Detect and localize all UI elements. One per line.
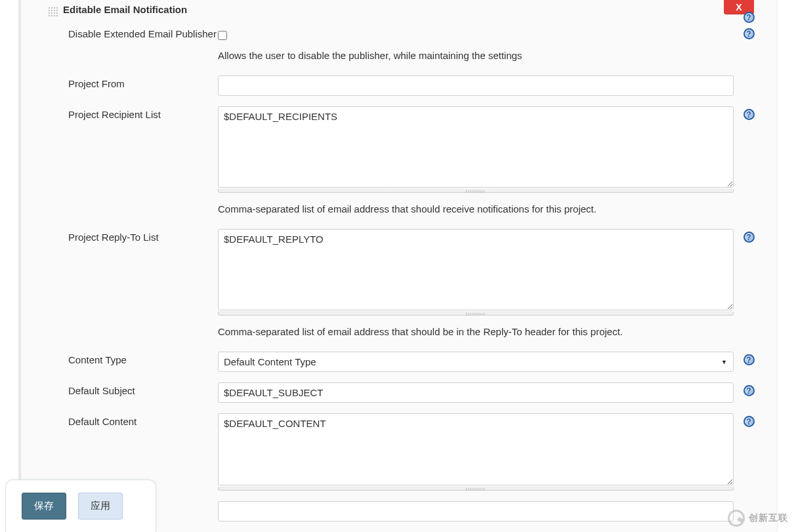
section-title: Editable Email Notification bbox=[63, 4, 187, 15]
footer-actions: 保存 应用 bbox=[5, 480, 156, 532]
input-default-subject[interactable] bbox=[218, 382, 734, 403]
drag-handle-icon[interactable] bbox=[47, 6, 58, 16]
textarea-reply-to[interactable]: $DEFAULT_REPLYTO bbox=[218, 229, 734, 310]
hint-reply-to: Comma-separated list of email address th… bbox=[218, 323, 734, 341]
label-reply-to: Project Reply-To List bbox=[47, 229, 218, 243]
help-icon[interactable]: ? bbox=[744, 416, 755, 427]
help-icon[interactable]: ? bbox=[744, 385, 755, 396]
textarea-default-content[interactable]: $DEFAULT_CONTENT bbox=[218, 413, 734, 485]
row-reply-to: Project Reply-To List $DEFAULT_REPLYTO C… bbox=[47, 224, 759, 346]
label-default-content: Default Content bbox=[47, 413, 218, 427]
textarea-recipient-list[interactable]: $DEFAULT_RECIPIENTS bbox=[218, 106, 734, 188]
row-default-subject: Default Subject ? bbox=[47, 377, 759, 408]
hint-row-disable-publisher: Allows the user to disable the publisher… bbox=[47, 47, 759, 70]
label-recipient-list: Project Recipient List bbox=[47, 106, 218, 120]
row-disable-publisher: Disable Extended Email Publisher ? bbox=[47, 20, 759, 47]
apply-button[interactable]: 应用 bbox=[78, 493, 123, 520]
watermark-ring-icon bbox=[728, 510, 745, 527]
save-button[interactable]: 保存 bbox=[22, 493, 66, 520]
resize-grip-icon[interactable] bbox=[218, 189, 734, 193]
label-content-type: Content Type bbox=[47, 352, 218, 365]
resize-grip-icon[interactable] bbox=[218, 487, 734, 491]
label-default-subject: Default Subject bbox=[47, 382, 218, 396]
input-project-from[interactable] bbox=[218, 75, 734, 96]
input-next-partial[interactable] bbox=[218, 501, 734, 522]
section-header: Editable Email Notification ? bbox=[47, 0, 759, 16]
resize-grip-icon[interactable] bbox=[218, 312, 734, 316]
help-icon[interactable]: ? bbox=[744, 12, 755, 23]
help-icon[interactable]: ? bbox=[744, 232, 755, 243]
help-icon[interactable]: ? bbox=[744, 109, 755, 120]
row-recipient-list: Project Recipient List $DEFAULT_RECIPIEN… bbox=[47, 101, 759, 224]
select-content-type[interactable]: Default Content Type bbox=[218, 352, 734, 372]
label-disable-publisher: Disable Extended Email Publisher bbox=[47, 26, 218, 39]
watermark-logo: 创新互联 bbox=[728, 510, 788, 527]
hint-disable-publisher: Allows the user to disable the publisher… bbox=[218, 47, 734, 65]
row-project-from: Project From bbox=[47, 70, 759, 101]
hint-recipient-list: Comma-separated list of email address th… bbox=[218, 201, 734, 218]
checkbox-disable-publisher[interactable] bbox=[218, 31, 227, 40]
row-content-type: Content Type Default Content Type ? bbox=[47, 346, 759, 377]
help-icon[interactable]: ? bbox=[744, 354, 755, 365]
label-project-from: Project From bbox=[47, 75, 218, 89]
help-icon[interactable]: ? bbox=[744, 28, 755, 39]
watermark-text: 创新互联 bbox=[749, 512, 788, 524]
